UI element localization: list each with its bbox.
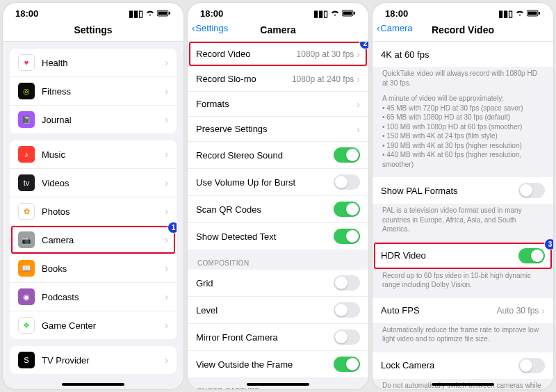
wifi-icon	[515, 8, 525, 19]
signal-icon: ▮▮▯	[129, 8, 143, 19]
settings-screen: 18:00 ▮▮▯ Settings ♥Health›◎Fitness›📓Jou…	[3, 3, 183, 389]
toggle-use-volume-up-for-burst[interactable]	[334, 174, 360, 190]
home-indicator[interactable]	[62, 383, 124, 386]
status-icons: ▮▮▯	[313, 8, 356, 19]
back-label: Camera	[380, 23, 412, 33]
row-detail: 1080p at 240 fps	[292, 74, 354, 84]
journal-icon: 📓	[18, 111, 35, 128]
row-label: Podcasts	[42, 292, 165, 302]
back-button[interactable]: ‹ Camera	[377, 23, 413, 33]
row-health[interactable]: ♥Health›	[10, 49, 177, 77]
row-music[interactable]: ♪Music›	[10, 140, 177, 169]
chevron-right-icon: ›	[165, 234, 168, 245]
status-bar: 18:00 ▮▮▯	[3, 3, 183, 22]
toggle-mirror-front-camera[interactable]	[334, 329, 360, 345]
chevron-left-icon: ‹	[192, 23, 195, 33]
row-label: 4K at 60 fps	[381, 49, 545, 60]
record-video-list[interactable]: 4K at 60 fpsQuickTake video will always …	[373, 42, 553, 389]
chevron-right-icon: ›	[541, 305, 545, 316]
row-show-detected-text[interactable]: Show Detected Text	[188, 223, 368, 250]
health-icon: ♥	[18, 54, 35, 71]
row-label: Music	[42, 149, 165, 160]
step-badge: 2	[359, 42, 368, 49]
row-view-outside-the-frame[interactable]: View Outside the Frame	[188, 351, 368, 377]
toggle-show-pal-formats[interactable]	[518, 183, 545, 198]
toggle-record-stereo-sound[interactable]	[334, 147, 360, 163]
svg-rect-4	[343, 12, 352, 15]
minute-estimate: A minute of video will be approximately:…	[373, 92, 553, 173]
row-record-stereo-sound[interactable]: Record Stereo Sound	[188, 142, 368, 169]
row-auto-fps[interactable]: Auto FPSAuto 30 fps›	[373, 298, 553, 323]
nav-bar: Settings	[3, 22, 183, 42]
row-fitness[interactable]: ◎Fitness›	[10, 77, 177, 106]
camera-settings-list[interactable]: Record Video1080p at 30 fps›2Record Slo-…	[188, 42, 368, 389]
toggle-level[interactable]	[334, 302, 360, 318]
battery-icon	[342, 8, 356, 19]
row-photos[interactable]: ✿Photos›	[10, 197, 177, 226]
home-indicator[interactable]	[432, 383, 494, 386]
wifi-icon	[330, 8, 340, 19]
row-formats[interactable]: Formats›	[188, 92, 368, 117]
row-use-volume-up-for-burst[interactable]: Use Volume Up for Burst	[188, 169, 368, 196]
row-videos[interactable]: tvVideos›	[10, 169, 177, 197]
toggle-hdr-video[interactable]	[518, 248, 545, 263]
row-journal[interactable]: 📓Journal›	[10, 106, 177, 133]
row-4k-60fps[interactable]: 4K at 60 fps	[373, 42, 553, 67]
chevron-right-icon: ›	[165, 320, 168, 331]
row-preserve-settings[interactable]: Preserve Settings›	[188, 117, 368, 142]
status-time: 18:00	[200, 8, 223, 19]
chevron-right-icon: ›	[357, 124, 360, 135]
row-mirror-front-camera[interactable]: Mirror Front Camera	[188, 324, 368, 351]
chevron-right-icon: ›	[165, 149, 168, 160]
settings-list[interactable]: ♥Health›◎Fitness›📓Journal›♪Music›tvVideo…	[3, 42, 183, 389]
toggle-scan-qr-codes[interactable]	[334, 202, 360, 217]
row-hdr-video[interactable]: HDR Video3	[373, 243, 553, 269]
chevron-left-icon: ‹	[377, 23, 379, 33]
row-level[interactable]: Level	[188, 297, 368, 324]
row-label: Grid	[196, 278, 334, 288]
row-show-pal-formats[interactable]: Show PAL Formats	[373, 177, 553, 204]
camera-icon: 📷	[18, 231, 35, 248]
row-grid[interactable]: Grid	[188, 270, 368, 297]
home-indicator[interactable]	[247, 383, 309, 386]
row-label: Videos	[42, 178, 165, 188]
tv-provider-icon: S	[18, 352, 35, 368]
row-books[interactable]: 📖Books›	[10, 254, 177, 283]
row-label: Lock Camera	[381, 360, 518, 370]
section-footer: PAL is a television video format used in…	[373, 204, 553, 238]
row-label: Show PAL Formats	[381, 186, 518, 196]
chevron-right-icon: ›	[165, 354, 168, 366]
back-label: Settings	[195, 23, 228, 33]
camera-settings-screen: 18:00 ▮▮▯ ‹ Settings Camera Record Video…	[188, 3, 368, 389]
row-camera[interactable]: 📷Camera›1	[10, 226, 177, 254]
svg-rect-1	[158, 12, 167, 15]
row-label: Auto FPS	[381, 305, 497, 316]
row-scan-qr-codes[interactable]: Scan QR Codes	[188, 196, 368, 223]
row-record-slo-mo[interactable]: Record Slo-mo1080p at 240 fps›	[188, 67, 368, 92]
row-label: Mirror Front Camera	[196, 332, 334, 343]
row-game-center[interactable]: ❖Game Center›	[10, 311, 177, 339]
toggle-grid[interactable]	[334, 275, 360, 291]
row-detail: Auto 30 fps	[497, 306, 539, 316]
row-record-video[interactable]: Record Video1080p at 30 fps›2	[188, 42, 368, 67]
status-bar: 18:00 ▮▮▯	[373, 3, 553, 22]
status-icons: ▮▮▯	[498, 8, 541, 19]
toggle-view-outside-the-frame[interactable]	[334, 357, 360, 372]
row-lock-camera[interactable]: Lock Camera	[373, 352, 553, 379]
back-button[interactable]: ‹ Settings	[192, 23, 228, 33]
chevron-right-icon: ›	[165, 177, 168, 188]
photos-icon: ✿	[18, 203, 35, 220]
wifi-icon	[145, 8, 155, 19]
row-label: Books	[42, 263, 165, 274]
row-label: TV Provider	[42, 355, 165, 366]
row-label: Game Center	[42, 320, 165, 331]
row-podcasts[interactable]: ◉Podcasts›	[10, 283, 177, 311]
row-label: Health	[42, 58, 165, 68]
row-tv-provider[interactable]: STV Provider›	[10, 346, 177, 374]
battery-icon	[527, 8, 541, 19]
page-title: Record Video	[432, 24, 494, 35]
section-footer: Record up to 60 fps video in 10-bit high…	[373, 269, 553, 294]
toggle-show-detected-text[interactable]	[334, 229, 360, 244]
toggle-lock-camera[interactable]	[518, 358, 545, 373]
row-detail: 1080p at 30 fps	[297, 49, 354, 59]
